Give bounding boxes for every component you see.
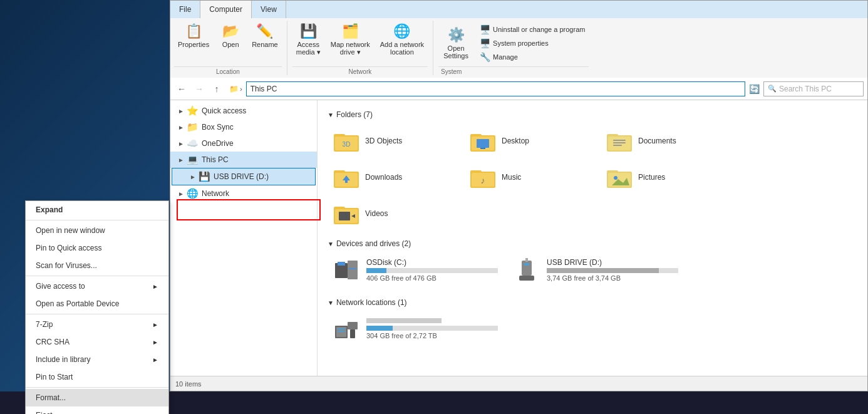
search-box[interactable]: 🔍 Search This PC (763, 81, 864, 96)
manage-button[interactable]: 🔧 Manage (476, 51, 589, 63)
folder-docs-label: Documents (638, 137, 676, 145)
svg-rect-36 (348, 261, 358, 279)
nav-item-network[interactable]: ► 🌐 Network (170, 185, 317, 202)
ctx-format[interactable]: Format... (26, 389, 168, 406)
folder-pictures-icon (606, 165, 633, 189)
rename-button[interactable]: ✏️ Rename (248, 21, 282, 51)
osdisk-icon (333, 258, 360, 282)
ctx-open-new-window[interactable]: Open in new window (26, 222, 168, 239)
ctx-7zip[interactable]: 7-Zip ► (26, 316, 168, 333)
add-network-icon: 🌐 (393, 23, 410, 39)
network-chevron: ▼ (328, 299, 334, 306)
status-text: 10 items (175, 380, 202, 388)
search-placeholder: Search This PC (779, 85, 832, 93)
ribbon-content: 📋 Properties 📂 Open ✏️ Rename Location 💾 (170, 18, 867, 78)
folders-section-header: ▼ Folders (7) (328, 110, 857, 119)
svg-rect-44 (338, 328, 345, 329)
breadcrumb-home-icon[interactable]: 📁 (229, 85, 239, 93)
uninstall-button[interactable]: 🖥️ Uninstall or change a program (476, 23, 589, 36)
expand-icon-usb: ► (190, 173, 199, 180)
ctx-open-portable[interactable]: Open as Portable Device (26, 295, 168, 313)
folder-3d-objects[interactable]: 3D 3D Objects (328, 125, 459, 157)
context-menu: Expand Open in new window Pin to Quick a… (25, 200, 169, 414)
add-network-button[interactable]: 🌐 Add a network location (376, 21, 428, 58)
drive-usb[interactable]: USB DRIVE (D:) 3,74 GB free of 3,74 GB (508, 254, 683, 286)
map-drive-button[interactable]: 🗂️ Map network drive ▾ (327, 21, 374, 59)
uninstall-icon: 🖥️ (480, 24, 490, 34)
ribbon-group-network: 💾 Access media ▾ 🗂️ Map network drive ▾ … (292, 21, 433, 75)
folder-music[interactable]: ♪ Music (464, 162, 596, 193)
nav-item-usb-drive[interactable]: ► 💾 USB DRIVE (D:) (172, 168, 316, 185)
ctx-pin-quick-access[interactable]: Pin to Quick access (26, 239, 168, 257)
folder-downloads[interactable]: Downloads (328, 162, 459, 193)
folder-music-label: Music (502, 173, 521, 182)
folder-downloads-icon (333, 165, 360, 189)
quick-access-icon: ⭐ (187, 105, 199, 116)
drives-section-header: ▼ Devices and drives (2) (328, 239, 857, 248)
map-drive-icon: 🗂️ (342, 23, 359, 39)
ctx-crc-sha[interactable]: CRC SHA ► (26, 333, 168, 351)
svg-rect-45 (338, 331, 345, 332)
nav-item-quick-access[interactable]: ► ⭐ Quick access (170, 103, 317, 119)
nav-item-onedrive[interactable]: ► ☁️ OneDrive (170, 135, 317, 152)
ctx-eject[interactable]: Eject (26, 406, 168, 414)
svg-rect-8 (480, 148, 485, 149)
network-free: 304 GB free of 2,72 TB (366, 332, 498, 339)
network-drive-name-bar (366, 318, 442, 323)
tab-view[interactable]: View (252, 1, 286, 18)
svg-point-27 (614, 176, 617, 180)
drive-osdisk[interactable]: OSDisk (C:) 406 GB free of 476 GB (328, 254, 503, 286)
open-button[interactable]: 📂 Open (215, 21, 245, 51)
ribbon-group-system: ⚙️ Open Settings 🖥️ Uninstall or change … (438, 21, 594, 75)
system-props-button[interactable]: 🖥️ System properties (476, 37, 589, 49)
onedrive-icon: ☁️ (187, 138, 199, 149)
folder-videos-icon (333, 202, 360, 225)
address-path-text: This PC (251, 85, 277, 93)
back-button[interactable]: ← (174, 81, 189, 96)
open-settings-button[interactable]: ⚙️ Open Settings (438, 24, 473, 62)
ctx-include-library[interactable]: Include in library ► (26, 351, 168, 368)
forward-button[interactable]: → (192, 81, 207, 96)
svg-rect-19 (345, 180, 348, 183)
usb-drive-info: USB DRIVE (D:) 3,74 GB free of 3,74 GB (547, 258, 678, 282)
ctx-sep-1 (26, 220, 168, 220)
network-drive-info: 304 GB free of 2,72 TB (366, 318, 498, 339)
main-area: ► ⭐ Quick access ► 📁 Box Sync ► ☁️ OneDr… (170, 100, 867, 376)
tab-file[interactable]: File (170, 1, 200, 18)
folder-desktop[interactable]: Desktop (464, 125, 596, 157)
ctx-give-access[interactable]: Give access to ► (26, 277, 168, 295)
osdisk-bar (366, 268, 386, 273)
usb-free: 3,74 GB free of 3,74 GB (547, 274, 678, 282)
network-drive-icon (333, 317, 360, 341)
folder-documents[interactable]: Documents (601, 125, 732, 157)
breadcrumb-sep: › (240, 85, 242, 93)
content-pane: ▼ Folders (7) 3D 3D Objects (318, 100, 867, 376)
folder-pics-label: Pictures (638, 173, 665, 182)
svg-rect-32 (339, 212, 350, 220)
folder-pictures[interactable]: Pictures (601, 162, 732, 193)
svg-rect-37 (349, 268, 356, 269)
access-media-button[interactable]: 💾 Access media ▾ (292, 21, 324, 59)
nav-item-this-pc[interactable]: ► 💻 This PC (170, 152, 317, 168)
folders-chevron: ▼ (328, 111, 334, 118)
nav-item-box-sync[interactable]: ► 📁 Box Sync (170, 119, 317, 135)
ctx-scan-viruses[interactable]: Scan for Viruses... (26, 257, 168, 274)
network-section-header: ▼ Network locations (1) (328, 298, 857, 307)
breadcrumb-arrows: 📁 › (229, 85, 244, 93)
network-drive-item[interactable]: 304 GB free of 2,72 TB (328, 313, 503, 344)
folder-videos[interactable]: Videos (328, 198, 459, 229)
manage-icon: 🔧 (480, 52, 490, 62)
usb-bar-bg (547, 268, 678, 273)
open-icon: 📂 (222, 23, 239, 39)
ctx-expand[interactable]: Expand (26, 201, 168, 219)
svg-text:3D: 3D (343, 141, 351, 148)
up-button[interactable]: ↑ (209, 81, 224, 96)
properties-button[interactable]: 📋 Properties (174, 21, 213, 51)
this-pc-icon: 💻 (187, 154, 199, 165)
usb-drive-list-icon (513, 258, 540, 282)
ctx-pin-start[interactable]: Pin to Start (26, 368, 168, 386)
usb-drive-name: USB DRIVE (D:) (547, 258, 678, 267)
refresh-button[interactable]: 🔄 (749, 84, 760, 94)
tab-computer[interactable]: Computer (200, 1, 252, 18)
address-path-display[interactable]: This PC (246, 81, 745, 96)
